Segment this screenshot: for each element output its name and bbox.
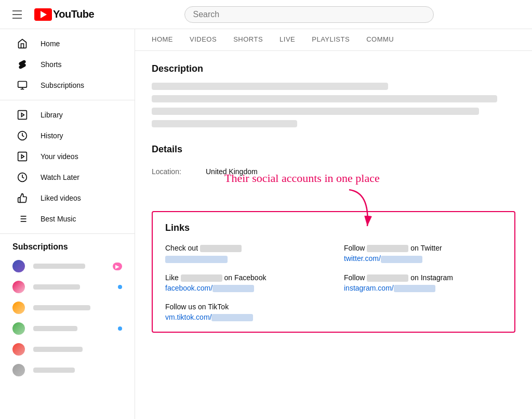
search-input[interactable] [193,10,425,19]
link-tiktok-text: Follow us on TikTok [165,303,323,311]
sub-name-1 [33,264,85,269]
playlist-icon [17,214,28,224]
sidebar-item-shorts[interactable]: Shorts [4,54,130,75]
tab-live[interactable]: LIVE [271,29,303,50]
annotation-text: Their social accounts in one place [224,172,380,185]
svg-rect-3 [18,111,27,120]
subscription-item-2[interactable] [0,277,135,297]
sub-name-2 [33,284,80,290]
link-checkout-text: Check out [165,244,323,252]
link-twitter-url[interactable]: twitter.com/ [344,254,502,263]
youtube-logo[interactable]: YouTube [34,8,94,21]
notification-dot-4 [118,326,122,331]
svg-marker-7 [21,155,24,159]
svg-marker-4 [21,113,24,117]
links-grid: Check out Follow on Twitter twitter.com/ [165,244,502,321]
sub-name-6 [33,368,75,373]
subscriptions-title: Subscriptions [0,238,135,256]
sub-avatar-4 [12,322,25,335]
sidebar-divider-2 [0,233,135,234]
sidebar-item-subscriptions[interactable]: Subscriptions [4,75,130,96]
header: YouTube [0,0,532,29]
sidebar-item-history[interactable]: History [4,125,130,146]
twitter-name-blur [367,245,408,252]
subscription-item-3[interactable] [0,297,135,318]
instagram-name-blur [367,274,408,282]
details-title: Details [152,144,515,155]
twitter-url-blur [381,256,422,263]
sidebar-item-your-videos[interactable]: Your videos [4,146,130,167]
desc-line-1 [152,83,388,90]
link-item-tiktok: Follow us on TikTok vm.tiktok.com/ [165,303,323,321]
tab-videos[interactable]: VIDEOS [181,29,225,50]
links-title: Links [165,222,502,233]
notification-badge-1: ▶ [113,263,122,270]
sub-avatar-3 [12,302,25,314]
history-icon [17,130,28,141]
sub-avatar-1 [12,260,25,272]
facebook-url-blur [212,285,254,292]
tab-shorts[interactable]: SHORTS [225,29,271,50]
sidebar-best-music-label: Best Music [41,215,76,223]
sub-name-3 [33,305,90,310]
your-videos-icon [17,151,28,162]
checkout-name-blur [200,245,242,252]
links-section: Links Check out Follow o [152,211,515,333]
sidebar-item-watch-later[interactable]: Watch Later [4,167,130,188]
link-instagram-url[interactable]: instagram.com/ [344,284,502,292]
subscription-item-5[interactable] [0,339,135,360]
link-item-instagram: Follow on Instagram instagram.com/ [344,273,502,293]
sidebar-history-label: History [41,132,63,140]
link-facebook-url[interactable]: facebook.com/ [165,284,323,292]
description-section: Description [152,63,515,127]
sidebar-subscriptions-label: Subscriptions [41,81,84,89]
menu-button[interactable] [8,6,26,23]
link-twitter-text: Follow on Twitter [344,244,502,252]
subscription-item-6[interactable] [0,360,135,381]
content-area: Description Details Location: United Kin… [135,51,532,345]
link-item-checkout: Check out [165,244,323,263]
shorts-icon [17,59,28,70]
sub-name-5 [33,347,83,352]
tab-home[interactable]: HOME [143,29,181,50]
sidebar-watch-later-label: Watch Later [41,173,79,181]
link-checkout-url [165,254,323,263]
yt-logo-text: YouTube [53,8,94,20]
link-item-facebook: Like on Facebook facebook.com/ [165,273,323,293]
sub-avatar-6 [12,364,25,376]
page-layout: Home Shorts Subscriptions Library His [0,29,532,419]
sidebar-item-home[interactable]: Home [4,33,130,54]
sidebar-item-best-music[interactable]: Best Music [4,208,130,229]
search-bar [184,6,434,23]
subscription-item-1[interactable]: ▶ [0,256,135,277]
link-item-twitter: Follow on Twitter twitter.com/ [344,244,502,263]
sidebar-item-liked-videos[interactable]: Liked videos [4,188,130,208]
description-title: Description [152,63,515,74]
sidebar-divider-1 [0,100,135,100]
sidebar-liked-videos-label: Liked videos [41,194,81,202]
liked-videos-icon [17,193,28,203]
link-instagram-text: Follow on Instagram [344,273,502,282]
watch-later-icon [17,172,28,182]
channel-tabs: HOME VIDEOS SHORTS LIVE PLAYLISTS COMMU [135,29,532,51]
link-tiktok-url[interactable]: vm.tiktok.com/ [165,313,323,321]
sidebar-shorts-label: Shorts [41,60,61,69]
tab-community[interactable]: COMMU [358,29,402,50]
sidebar-your-videos-label: Your videos [41,152,78,161]
subscriptions-icon [17,80,28,90]
location-label: Location: [152,167,193,176]
link-facebook-text: Like on Facebook [165,273,323,282]
header-left: YouTube [8,6,94,23]
checkout-url-blur [165,256,228,263]
subscription-item-4[interactable] [0,318,135,339]
yt-logo-icon [34,8,52,21]
sidebar-home-label: Home [41,40,60,48]
notification-dot-2 [118,285,122,289]
svg-rect-0 [18,82,27,88]
library-icon [17,110,28,120]
sidebar-library-label: Library [41,111,63,119]
desc-line-3 [152,108,479,115]
sub-name-4 [33,326,77,331]
tab-playlists[interactable]: PLAYLISTS [303,29,358,50]
sidebar-item-library[interactable]: Library [4,104,130,125]
